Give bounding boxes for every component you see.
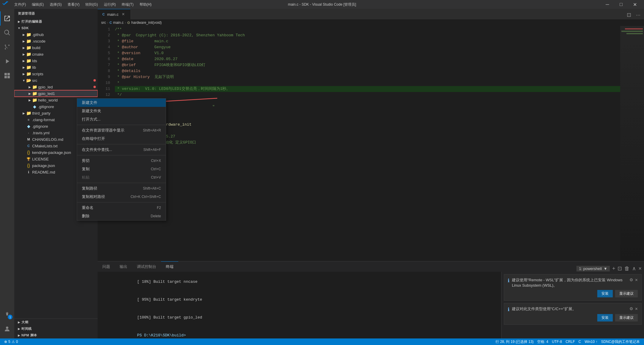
folder-icon: 📁 [32, 91, 37, 96]
panel-tab-terminal[interactable]: 终端 [161, 261, 178, 272]
activity-run[interactable] [0, 54, 14, 68]
tree-item-gpio-led[interactable]: ▶ 📁 gpio_led [14, 84, 98, 90]
chevron-down-icon: ▼ [17, 26, 21, 30]
activity-scm[interactable] [0, 40, 14, 54]
sidebar-section-npm[interactable]: ▶ NPM 脚本 [14, 332, 98, 338]
statusbar-encoding[interactable]: UTF-8 [550, 338, 564, 345]
tree-item-github[interactable]: ▶ 📁 .github [14, 31, 98, 38]
panel-tab-problems[interactable]: 问题 [98, 261, 115, 272]
tab-close-button[interactable]: × [121, 12, 126, 17]
gear-icon[interactable]: ⚙ [629, 306, 633, 311]
statusbar-language[interactable]: C [577, 338, 583, 345]
terminal-content[interactable]: [ 18%] Built target nncase [ 95%] Built … [98, 272, 501, 338]
breadcrumb-func[interactable]: hardware_init(void) [131, 21, 162, 25]
panel-tab-output[interactable]: 输出 [115, 261, 132, 272]
gear-icon[interactable]: ⚙ [629, 277, 633, 282]
chevron-right-icon: ▶ [17, 320, 21, 324]
context-copy-rel-path-label: 复制相对路径 [82, 194, 105, 199]
activity-search[interactable] [0, 26, 14, 40]
sidebar-section-outline[interactable]: ▶ 大纲 [14, 319, 98, 325]
context-menu-copy-path[interactable]: 复制路径 Shift+Alt+C [77, 184, 166, 193]
context-menu-delete[interactable]: 删除 Delete [77, 212, 166, 220]
close-button[interactable]: ✕ [628, 0, 642, 9]
close-notification-wsl[interactable]: × [635, 277, 638, 283]
terminal-selector[interactable]: 1: powershell ▼ [576, 266, 609, 271]
context-menu-paste[interactable]: 粘贴 Ctrl+V [77, 173, 166, 182]
menu-help[interactable]: 帮助(H) [137, 1, 154, 8]
tree-label-clang-format: .clang-format [32, 118, 55, 122]
chevron-down-icon: ▼ [604, 266, 607, 271]
split-terminal-button[interactable]: ⊡ [618, 265, 622, 272]
tree-label-gpio-led: gpio_led [38, 85, 53, 89]
statusbar-errors[interactable]: ⊗ 5 ⚠ 0 [2, 338, 20, 345]
sidebar-section-timeline[interactable]: ▶ 时间线 [14, 325, 98, 332]
context-menu-new-folder[interactable]: 新建文件夹 [77, 107, 166, 115]
tree-label-scripts: scripts [32, 72, 43, 76]
activity-accounts[interactable] [0, 322, 14, 336]
kill-terminal-button[interactable]: 🗑 [624, 266, 630, 272]
more-actions-button[interactable]: ··· [635, 11, 642, 19]
sidebar-section-sdk[interactable]: ▼ SDK [14, 25, 98, 31]
statusbar-position[interactable]: 行 28, 列 19 (已选择 13) [494, 338, 535, 345]
tree-item-vscode[interactable]: ▶ 📁 .vscode [14, 38, 98, 44]
activity-settings[interactable]: 1 [0, 307, 14, 322]
folder-icon: 📁 [32, 98, 37, 102]
install-button-cpp[interactable]: 安装 [597, 314, 613, 321]
readme-file-icon: ℹ [26, 170, 31, 174]
editor-content: 1 2 3 4 5 6 7 8 9 10 11 12 13 14 15 16 1 [98, 26, 644, 261]
tree-item-scripts[interactable]: ▶ 📁 scripts [14, 71, 98, 77]
menu-file[interactable]: 文件(F) [12, 1, 28, 8]
statusbar-eol[interactable]: CRLF [564, 338, 576, 345]
tree-item-src[interactable]: ▼ 📂 src [14, 77, 98, 84]
folder-icon: 📁 [26, 71, 31, 76]
editor-tab-main-c[interactable]: C main.c × [98, 9, 130, 19]
show-suggestions-button-cpp[interactable]: 显示建议 [615, 314, 638, 321]
add-terminal-button[interactable]: + [612, 266, 615, 272]
activity-explorer[interactable] [0, 11, 14, 26]
minimize-button[interactable]: ─ [601, 0, 614, 9]
statusbar-os[interactable]: Win10 ↑ [583, 338, 599, 345]
panel-tab-debug[interactable]: 调试控制台 [132, 261, 161, 272]
activity-extensions[interactable] [0, 68, 14, 83]
tree-item-build[interactable]: ▶ 📁 build [14, 44, 98, 51]
context-menu-show-explorer[interactable]: 在文件资源管理器中显示 Shift+Alt+R [77, 126, 166, 135]
context-separator-1 [77, 125, 166, 125]
chevron-right-icon: ▶ [21, 32, 26, 37]
menu-edit[interactable]: 编辑(E) [29, 1, 46, 8]
code-editor[interactable]: /** * @par Copyright (C): 2016-2022, She… [112, 26, 620, 261]
statusbar-spaces[interactable]: 空格: 4 [535, 338, 550, 345]
sidebar-section-open-editors[interactable]: ▶ 打开的编辑器 [14, 18, 98, 25]
context-menu-copy[interactable]: 复制 Ctrl+C [77, 165, 166, 173]
close-notification-cpp[interactable]: × [635, 306, 638, 312]
context-menu-copy-rel-path[interactable]: 复制相对路径 Ctrl+K Ctrl+Shift+C [77, 193, 166, 201]
folder-open-icon: 📂 [26, 78, 31, 83]
diamond-file-icon: ◆ [32, 104, 37, 109]
install-button-wsl[interactable]: 安装 [597, 290, 613, 297]
breadcrumb-main-c[interactable]: main.c [113, 21, 124, 25]
tree-item-lds[interactable]: ▶ 📁 lds [14, 57, 98, 64]
context-menu-open-with[interactable]: 打开方式... [77, 115, 166, 124]
menu-view[interactable]: 查看(V) [65, 1, 82, 8]
statusbar-git[interactable]: SDNC@我的工作笔记本 [599, 338, 642, 345]
menu-run[interactable]: 运行(R) [101, 1, 118, 8]
tree-label-package-json: package.json [32, 163, 55, 168]
context-menu-rename[interactable]: 重命名 F2 [77, 204, 166, 212]
context-menu-find-in-folder[interactable]: 在文件夹中查找... Shift+Alt+F [77, 146, 166, 154]
tree-item-gpio-led1[interactable]: ▶ 📁 gpio_led1 [14, 90, 98, 97]
breadcrumb-src[interactable]: src [101, 21, 106, 25]
menu-select[interactable]: 选择(S) [47, 1, 64, 8]
menu-goto[interactable]: 转到(G) [83, 1, 100, 8]
tree-item-cmake[interactable]: ▶ 📁 cmake [14, 51, 98, 57]
split-editor-button[interactable]: ⊡ [626, 10, 632, 19]
tree-item-lib[interactable]: ▶ 📁 lib [14, 64, 98, 71]
context-menu-new-file[interactable]: 新建文件 [77, 99, 166, 107]
context-menu-cut[interactable]: 剪切 Ctrl+X [77, 157, 166, 165]
close-panel-button[interactable]: × [638, 266, 642, 272]
restore-button[interactable]: □ [614, 0, 628, 9]
tree-label-license: LICENSE [32, 157, 49, 161]
maximize-panel-button[interactable]: ∧ [632, 265, 636, 272]
menu-terminal[interactable]: 终端(T) [119, 1, 136, 8]
folder-icon: 📁 [26, 39, 31, 43]
show-suggestions-button-wsl[interactable]: 显示建议 [615, 290, 638, 297]
context-menu-open-terminal[interactable]: 在终端中打开 [77, 135, 166, 143]
